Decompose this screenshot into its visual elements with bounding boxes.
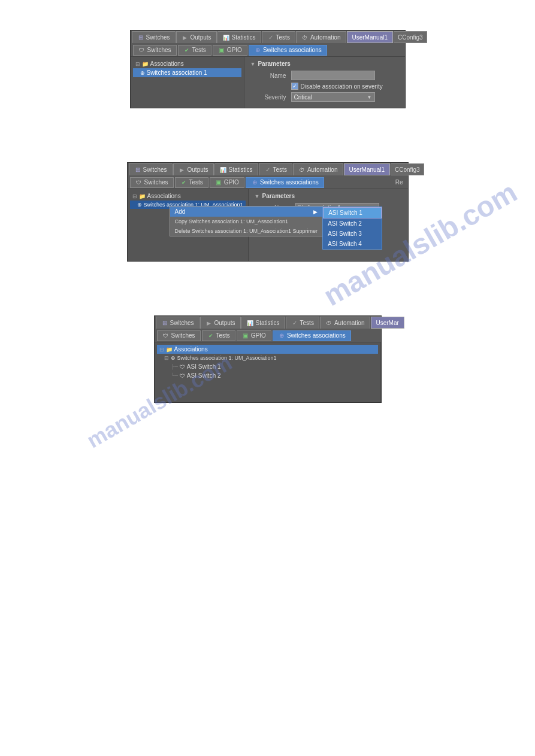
context-submenu: ASI Switch 1 ASI Switch 2 ASI Switch 3 A…: [322, 207, 382, 250]
clock-icon-1: ⏱: [301, 34, 309, 41]
tab-tests-label-3: Tests: [300, 320, 314, 326]
tab-user-3[interactable]: UserMar: [371, 317, 404, 329]
panel3-left: ⊟ 📁 Associations ⊟ ⊕ Switches associatio…: [155, 342, 381, 402]
gpio-icon-3: [242, 332, 249, 339]
tab-outputs-label-2: Outputs: [188, 166, 208, 173]
panel1-sub-tab-bar: 🛡 Switches Tests GPIO Switches associati…: [131, 44, 405, 57]
sub-assoc-label-2: Switches associations: [260, 179, 319, 186]
tab-outputs-2[interactable]: Outputs: [173, 163, 214, 175]
re-label-2: Re: [395, 179, 406, 186]
sub-tab-assoc-1[interactable]: Switches associations: [249, 45, 327, 56]
severity-value-1: Critical: [294, 94, 313, 101]
context-menu-add[interactable]: Add ▶ ASI Switch 1 ASI Switch 2 ASI Swit…: [170, 207, 323, 217]
sub-tab-tests-1[interactable]: Tests: [178, 45, 211, 56]
assoc-icon-3: [278, 332, 285, 339]
tab-tests-2[interactable]: Tests: [259, 163, 292, 175]
tree-root-3[interactable]: ⊟ 📁 Associations: [157, 345, 378, 354]
tab-switches-1[interactable]: Switches: [132, 31, 176, 43]
tree-root-label-3: Associations: [174, 346, 208, 353]
tab-switches-2[interactable]: Switches: [129, 163, 173, 175]
param-severity-row-1: Severity Critical ▼: [250, 92, 399, 102]
context-delete-label: Delete Switches association 1: UM_Associ…: [175, 228, 318, 234]
submenu-asi2[interactable]: ASI Switch 2: [323, 218, 382, 229]
sub-tests-label-2: Tests: [189, 179, 203, 186]
context-menu-delete[interactable]: Delete Switches association 1: UM_Associ…: [170, 226, 323, 236]
context-menu-copy[interactable]: Copy Switches association 1: UM_Associat…: [170, 217, 323, 226]
panel2-content: ⊟ 📁 Associations ⊕ Switches association …: [128, 189, 408, 261]
tab-user-1[interactable]: UserManual1: [347, 31, 393, 43]
severity-select-1[interactable]: Critical ▼: [291, 92, 375, 102]
tab-config-2[interactable]: CConfig3: [391, 163, 424, 175]
submenu-asi3[interactable]: ASI Switch 3: [323, 229, 382, 239]
user-tab-label-2: UserManual1: [349, 166, 385, 173]
param-disable-row-1: ✓ Disable association on severity: [291, 83, 399, 90]
tab-tests-label-2: Tests: [273, 166, 287, 173]
shield-sub-icon-2: 🛡: [135, 179, 143, 186]
tab-outputs-label-1: Outputs: [191, 34, 211, 41]
play-icon-1: [182, 34, 189, 41]
config-tab-label-1: CConfig3: [398, 34, 423, 41]
tab-tests-1[interactable]: Tests: [262, 31, 295, 43]
leaf-connector-1: ├─: [171, 364, 178, 369]
sub-tab-assoc-2[interactable]: Switches associations: [246, 177, 324, 188]
panel3: Switches Outputs 📊 Statistics Tests ⏱ Au…: [154, 315, 382, 403]
submenu-arrow: ▶: [313, 209, 318, 215]
tree-root-2[interactable]: ⊟ 📁 Associations: [130, 192, 246, 201]
tab-outputs-label-3: Outputs: [214, 320, 235, 326]
disable-label-1: Disable association on severity: [301, 83, 383, 90]
params-header-1: ▼ Parameters: [250, 60, 399, 67]
tab-automation-1[interactable]: ⏱ Automation: [296, 31, 346, 43]
panel3-content: ⊟ 📁 Associations ⊟ ⊕ Switches associatio…: [155, 342, 381, 402]
disable-checkbox-1[interactable]: ✓: [291, 83, 298, 90]
sub-tab-switches-1[interactable]: 🛡 Switches: [133, 45, 177, 56]
assoc-icon-2: [251, 179, 258, 186]
user-tab-label-1: UserManual1: [352, 34, 388, 41]
assoc-child-icon-3: ⊕: [171, 355, 176, 361]
param-name-input-1[interactable]: [291, 71, 375, 80]
submenu-asi4[interactable]: ASI Switch 4: [323, 239, 382, 249]
tree-root-1[interactable]: ⊟ 📁 Associations: [133, 59, 241, 68]
switch-icon-1: [137, 34, 144, 41]
sub-tab-gpio-2[interactable]: GPIO: [210, 177, 244, 188]
tab-statistics-2[interactable]: 📊 Statistics: [214, 163, 258, 175]
chart-icon-2: 📊: [220, 166, 227, 174]
tree-child-3[interactable]: ⊟ ⊕ Switches association 1: UM_Associati…: [157, 354, 378, 362]
sub-tab-switches-3[interactable]: 🛡 Switches: [157, 330, 201, 341]
asi1-label: ASI Switch 1: [328, 210, 362, 216]
assoc-child-icon-2: ⊕: [137, 202, 142, 208]
sub-tests-label-1: Tests: [192, 47, 206, 53]
tree-expand-icon-3b: ⊟: [164, 355, 169, 361]
tab-tests-3[interactable]: Tests: [286, 317, 319, 329]
panel3-sub-tab-bar: 🛡 Switches Tests GPIO Switches associati…: [155, 329, 381, 342]
tab-statistics-1[interactable]: 📊 Statistics: [217, 31, 261, 43]
panel1-left: ⊟ 📁 Associations ⊕ Switches association …: [131, 57, 244, 108]
tab-user-2[interactable]: UserManual1: [344, 163, 390, 175]
tree-leaf1-3[interactable]: ├─ 🛡 ASI Switch 1: [157, 362, 378, 371]
sub-gpio-label-3: GPIO: [251, 332, 266, 339]
sub-tab-tests-2[interactable]: Tests: [175, 177, 208, 188]
tab-automation-2[interactable]: ⏱ Automation: [293, 163, 343, 175]
tab-statistics-label-3: Statistics: [256, 320, 280, 326]
tree-leaf2-3[interactable]: └─ 🛡 ASI Switch 2: [157, 371, 378, 380]
sub-tab-gpio-3[interactable]: GPIO: [237, 330, 271, 341]
sub-tab-gpio-1[interactable]: GPIO: [213, 45, 247, 56]
tab-outputs-1[interactable]: Outputs: [176, 31, 217, 43]
tab-switches-3[interactable]: Switches: [156, 317, 200, 329]
tab-config-1[interactable]: CConfig3: [394, 31, 427, 43]
param-name-label-1: Name: [250, 72, 286, 79]
sub-tab-assoc-3[interactable]: Switches associations: [273, 330, 351, 341]
tab-outputs-3[interactable]: Outputs: [200, 317, 241, 329]
chart-icon-3: 📊: [247, 320, 254, 327]
chevron-icon-2: ▼: [255, 193, 260, 199]
chevron-icon-1: ▼: [250, 61, 256, 67]
submenu-asi1[interactable]: ASI Switch 1: [323, 207, 382, 218]
sub-tab-switches-2[interactable]: 🛡 Switches: [130, 177, 174, 188]
tree-child-1[interactable]: ⊕ Switches association 1: [133, 68, 241, 77]
tab-automation-3[interactable]: ⏱ Automation: [320, 317, 370, 329]
sub-gpio-label-2: GPIO: [224, 179, 239, 186]
play-icon-2: [179, 166, 186, 174]
clock-icon-2: ⏱: [298, 166, 306, 174]
asi2-label: ASI Switch 2: [328, 220, 362, 227]
tab-statistics-3[interactable]: 📊 Statistics: [241, 317, 285, 329]
sub-tab-tests-3[interactable]: Tests: [202, 330, 235, 341]
